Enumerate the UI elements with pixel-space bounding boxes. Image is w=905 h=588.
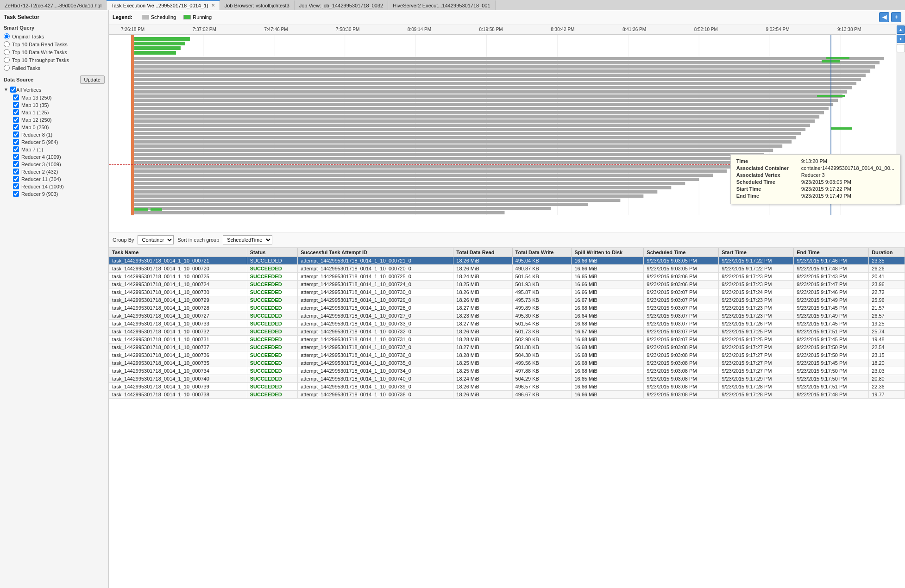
vertex-checkbox-1[interactable] (13, 102, 19, 108)
table-row[interactable]: task_1442995301718_0014_1_10_000721SUCCE… (109, 257, 905, 265)
scroll-box-button[interactable] (897, 44, 905, 52)
table-row[interactable]: task_1442995301718_0014_1_10_000733SUCCE… (109, 320, 905, 328)
col-scheduled-time[interactable]: Scheduled Time (644, 248, 719, 257)
col-task-name[interactable]: Task Name (109, 248, 247, 257)
table-row[interactable]: task_1442995301718_0014_1_10_000732SUCCE… (109, 328, 905, 336)
vertex-checkbox-12[interactable] (13, 183, 19, 189)
group-by-select[interactable]: Container Vertex Status (138, 235, 174, 244)
vertex-checkbox-10[interactable] (13, 169, 19, 175)
radio-top10write-input[interactable] (4, 49, 10, 55)
update-button[interactable]: Update (80, 75, 105, 84)
nav-right-button[interactable]: + (891, 12, 901, 22)
vertex-item-13[interactable]: Reducer 9 (903) (11, 191, 105, 197)
svg-rect-12 (134, 37, 190, 41)
nav-left-button[interactable]: ◀ (879, 12, 889, 22)
vertex-item-7[interactable]: Map 7 (1) (11, 146, 105, 152)
table-cell-12-6: 9/23/2015 9:03:08 PM (644, 351, 719, 359)
svg-rect-43 (134, 169, 727, 173)
radio-original-input[interactable] (4, 33, 10, 39)
table-row[interactable]: task_1442995301718_0014_1_10_000720SUCCE… (109, 265, 905, 273)
vertex-checkbox-2[interactable] (13, 109, 19, 115)
col-total-write[interactable]: Total Data Write (512, 248, 572, 257)
radio-top10read[interactable]: Top 10 Data Read Tasks (4, 41, 105, 47)
tooltip-start-row: Start Time 9/23/2015 9:17:22 PM (736, 186, 894, 192)
vertex-item-10[interactable]: Reducer 2 (432) (11, 169, 105, 175)
vertex-checkbox-9[interactable] (13, 161, 19, 167)
vertex-item-3[interactable]: Map 12 (250) (11, 117, 105, 123)
table-cell-4-9: 22.72 (869, 288, 905, 296)
table-row[interactable]: task_1442995301718_0014_1_10_000729SUCCE… (109, 296, 905, 304)
table-row[interactable]: task_1442995301718_0014_1_10_000738SUCCE… (109, 391, 905, 399)
all-vertices-checkbox[interactable] (10, 87, 16, 93)
vertex-checkbox-3[interactable] (13, 117, 19, 123)
tab-2-close[interactable]: ✕ (211, 3, 215, 8)
radio-top10write[interactable]: Top 10 Data Write Tasks (4, 49, 105, 55)
vertex-item-11[interactable]: Reducer 11 (304) (11, 176, 105, 182)
col-attempt-id[interactable]: Successful Task Attempt ID (298, 248, 453, 257)
vertex-item-6[interactable]: Reducer 5 (984) (11, 139, 105, 145)
vertex-item-0[interactable]: Map 13 (250) (11, 94, 105, 100)
vertex-item-12[interactable]: Reducer 14 (1009) (11, 183, 105, 189)
table-container[interactable]: Task Name Status Successful Task Attempt… (109, 248, 905, 588)
vertex-checkbox-6[interactable] (13, 139, 19, 145)
col-status[interactable]: Status (247, 248, 298, 257)
radio-failed-input[interactable] (4, 65, 10, 71)
tab-3[interactable]: Job Browser: vstoolbjchtest3 (220, 0, 295, 10)
table-cell-7-1: SUCCEEDED (247, 312, 298, 320)
table-row[interactable]: task_1442995301718_0014_1_10_000725SUCCE… (109, 273, 905, 281)
vertex-checkbox-0[interactable] (13, 94, 19, 100)
table-cell-15-6: 9/23/2015 9:03:08 PM (644, 375, 719, 383)
time-label-3: 7:58:30 PM (336, 27, 359, 32)
legend-scheduling: Scheduling (142, 14, 176, 20)
svg-rect-46 (134, 182, 685, 185)
table-row[interactable]: task_1442995301718_0014_1_10_000731SUCCE… (109, 336, 905, 344)
svg-rect-36 (134, 140, 792, 144)
table-row[interactable]: task_1442995301718_0014_1_10_000736SUCCE… (109, 351, 905, 359)
table-cell-0-4: 495.04 KB (512, 257, 572, 265)
time-label-4: 8:09:14 PM (408, 27, 431, 32)
sort-select[interactable]: ScheduledTime StartTime EndTime Duration (223, 235, 272, 244)
table-row[interactable]: task_1442995301718_0014_1_10_000735SUCCE… (109, 359, 905, 367)
tab-4[interactable]: Job View: job_1442995301718_0032 (295, 0, 388, 10)
table-cell-10-3: 18.28 MiB (453, 336, 512, 344)
vertex-checkbox-13[interactable] (13, 191, 19, 197)
col-end-time[interactable]: End Time (794, 248, 869, 257)
table-row[interactable]: task_1442995301718_0014_1_10_000727SUCCE… (109, 312, 905, 320)
tab-5[interactable]: HiveServer2 Execut...1442995301718_001 (388, 0, 495, 10)
scroll-up-button[interactable]: ▲ (897, 25, 905, 34)
radio-top10throughput[interactable]: Top 10 Throughput Tasks (4, 57, 105, 63)
radio-top10throughput-input[interactable] (4, 57, 10, 63)
tab-1[interactable]: ZeHbd712-T2(ce-427...-89d00e76da1d.hql (0, 0, 107, 10)
table-row[interactable]: task_1442995301718_0014_1_10_000730SUCCE… (109, 288, 905, 296)
table-row[interactable]: task_1442995301718_0014_1_10_000724SUCCE… (109, 281, 905, 288)
vertex-item-1[interactable]: Map 10 (35) (11, 102, 105, 108)
vertex-checkbox-4[interactable] (13, 124, 19, 130)
tab-1-label: ZeHbd712-T2(ce-427...-89d00e76da1d.hql (5, 3, 101, 8)
vertex-checkbox-5[interactable] (13, 131, 19, 138)
vertex-item-8[interactable]: Reducer 4 (1009) (11, 154, 105, 160)
scroll-mid-button[interactable]: ● (897, 35, 905, 43)
col-spill[interactable]: Spill Written to Disk (572, 248, 644, 257)
col-start-time[interactable]: Start Time (719, 248, 794, 257)
vertex-item-2[interactable]: Map 1 (125) (11, 109, 105, 115)
radio-original[interactable]: Original Tasks (4, 33, 105, 39)
radio-failed[interactable]: Failed Tasks (4, 65, 105, 71)
vertex-checkbox-11[interactable] (13, 176, 19, 182)
all-vertices-parent[interactable]: ▼ All Vertices (4, 87, 105, 93)
table-row[interactable]: task_1442995301718_0014_1_10_000740SUCCE… (109, 375, 905, 383)
table-cell-1-9: 26.26 (869, 265, 905, 273)
tab-2[interactable]: Task Execution Vie...2995301718_0014_1) … (107, 0, 220, 10)
table-row[interactable]: task_1442995301718_0014_1_10_000734SUCCE… (109, 367, 905, 375)
col-total-read[interactable]: Total Data Read (453, 248, 512, 257)
table-row[interactable]: task_1442995301718_0014_1_10_000739SUCCE… (109, 383, 905, 391)
table-cell-14-3: 18.25 MiB (453, 367, 512, 375)
vertex-item-5[interactable]: Reducer 8 (1) (11, 131, 105, 138)
col-duration[interactable]: Duration (869, 248, 905, 257)
radio-top10read-input[interactable] (4, 41, 10, 47)
table-row[interactable]: task_1442995301718_0014_1_10_000737SUCCE… (109, 344, 905, 351)
vertex-item-4[interactable]: Map 0 (250) (11, 124, 105, 130)
table-row[interactable]: task_1442995301718_0014_1_10_000728SUCCE… (109, 304, 905, 312)
vertex-checkbox-7[interactable] (13, 146, 19, 152)
vertex-item-9[interactable]: Reducer 3 (1009) (11, 161, 105, 167)
vertex-checkbox-8[interactable] (13, 154, 19, 160)
